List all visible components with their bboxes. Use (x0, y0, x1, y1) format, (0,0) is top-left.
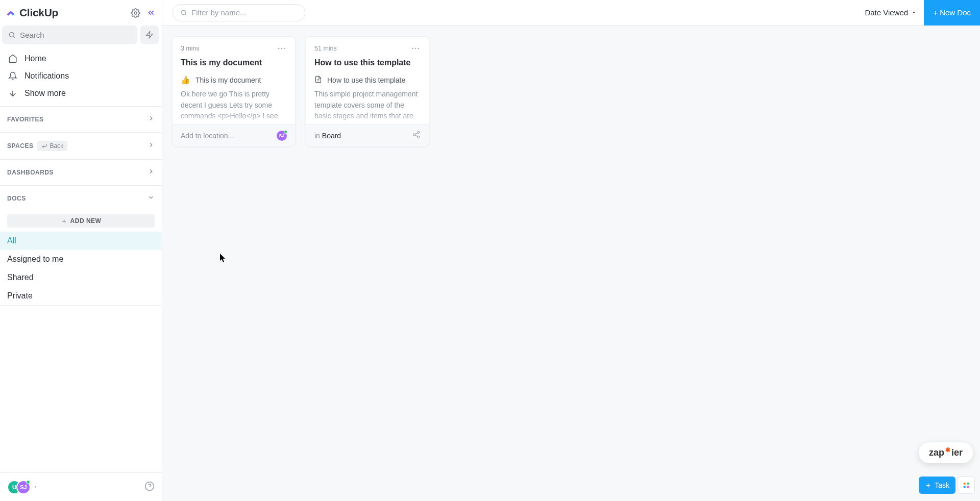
sidebar-header: ClickUp (0, 0, 162, 26)
svg-rect-26 (964, 483, 966, 485)
card-top: 3 mins (181, 44, 287, 53)
avatar: SJ (277, 131, 287, 141)
online-dot-icon (284, 130, 287, 134)
card-more-icon[interactable] (410, 43, 421, 54)
chevron-down-icon (911, 10, 917, 15)
logo[interactable]: ClickUp (5, 7, 131, 19)
card-body: 51 mins How to use this template How to … (306, 37, 429, 124)
plus-icon (925, 482, 932, 489)
thumbsup-icon: 👍 (181, 76, 190, 85)
sort-dropdown[interactable]: Date Viewed (857, 8, 924, 17)
avatar-initials: SJ (279, 133, 284, 138)
nav-label: Show more (24, 89, 66, 98)
sidebar-header-actions (131, 8, 156, 18)
card-footer: in Board (306, 124, 429, 146)
favorites-header[interactable]: FAVORITES (0, 107, 162, 132)
topbar: Date Viewed + New Doc (162, 0, 980, 26)
card-body: 3 mins This is my document 👍 This is my … (173, 37, 295, 124)
chevron-right-icon (148, 141, 155, 151)
card-subtitle-text: How to use this template (327, 76, 405, 84)
sidebar-item-show-more[interactable]: Show more (0, 85, 162, 102)
automations-icon[interactable] (140, 26, 159, 44)
search-input[interactable]: Search (2, 26, 137, 44)
share-icon[interactable] (412, 131, 421, 140)
svg-point-12 (281, 48, 283, 49)
sidebar: ClickUp Search Home (0, 0, 162, 501)
spaces-title: SPACES (7, 142, 33, 149)
chevron-right-icon (148, 168, 155, 177)
new-doc-button[interactable]: + New Doc (924, 0, 980, 26)
doc-card[interactable]: 51 mins How to use this template How to … (306, 37, 429, 146)
avatar-initials: SJ (20, 484, 27, 490)
card-title: This is my document (181, 58, 287, 67)
svg-point-20 (413, 134, 415, 136)
svg-point-16 (418, 48, 420, 49)
arrow-down-icon (8, 89, 17, 98)
card-location-prefix: in (314, 132, 322, 140)
nav-list: Home Notifications Show more (0, 49, 162, 106)
doc-card[interactable]: 3 mins This is my document 👍 This is my … (173, 37, 295, 146)
docs-title: DOCS (7, 195, 148, 202)
zapier-asterisk-icon: ✱ (945, 446, 950, 454)
app-root: ClickUp Search Home (0, 0, 980, 501)
card-footer: Add to location... SJ (173, 124, 295, 146)
user-menu-caret-icon[interactable] (33, 483, 38, 492)
doc-cards: 3 mins This is my document 👍 This is my … (162, 26, 980, 157)
card-location-board: Board (322, 132, 341, 140)
search-placeholder: Search (20, 31, 44, 39)
settings-icon[interactable] (131, 8, 140, 18)
zapier-badge[interactable]: zap✱ier (919, 442, 973, 463)
svg-rect-29 (967, 486, 969, 488)
card-subtitle: 👍 This is my document (181, 76, 287, 85)
svg-point-0 (134, 12, 137, 14)
collapse-sidebar-icon[interactable] (146, 8, 156, 17)
docs-filter-shared[interactable]: Shared (0, 268, 162, 287)
new-doc-label: + New Doc (933, 8, 971, 17)
clickup-logo-icon (5, 7, 16, 18)
new-task-button[interactable]: Task (919, 477, 955, 494)
section-spaces: SPACES Back (0, 132, 162, 159)
apps-button[interactable] (958, 477, 975, 494)
filter-input-wrap[interactable] (173, 4, 305, 21)
main-area: Date Viewed + New Doc 3 mins This is my … (162, 0, 980, 501)
spaces-back-button[interactable]: Back (37, 141, 67, 151)
search-icon (180, 9, 187, 16)
card-time: 3 mins (181, 45, 200, 52)
nav-label: Notifications (24, 71, 69, 81)
dashboards-title: DASHBOARDS (7, 169, 148, 176)
docs-filter-assigned[interactable]: Assigned to me (0, 250, 162, 268)
svg-point-15 (415, 48, 416, 49)
zapier-text: zap (929, 447, 944, 458)
logo-text: ClickUp (19, 7, 58, 19)
card-location[interactable]: Add to location... (181, 132, 234, 140)
card-preview: Ok here we go This is pretty decent I gu… (181, 89, 287, 124)
apps-grid-icon (962, 481, 970, 489)
avatar-stack[interactable]: U SJ (7, 480, 31, 494)
sidebar-item-notifications[interactable]: Notifications (0, 67, 162, 85)
home-icon (8, 54, 17, 63)
plus-icon (61, 218, 67, 224)
svg-rect-28 (964, 486, 966, 488)
back-label: Back (50, 142, 63, 149)
help-icon[interactable] (144, 481, 155, 493)
svg-point-21 (418, 136, 420, 138)
zapier-text: ier (951, 447, 963, 458)
dashboards-header[interactable]: DASHBOARDS (0, 160, 162, 185)
docs-header[interactable]: DOCS (0, 186, 162, 211)
sidebar-item-home[interactable]: Home (0, 50, 162, 67)
card-subtitle: How to use this template (314, 76, 421, 85)
add-new-doc-button[interactable]: ADD NEW (7, 214, 155, 228)
svg-marker-3 (146, 31, 153, 38)
card-more-icon[interactable] (277, 43, 287, 54)
sidebar-footer: U SJ (0, 472, 162, 501)
svg-point-14 (412, 48, 413, 49)
svg-line-22 (415, 133, 418, 134)
nav-label: Home (24, 54, 46, 63)
docs-filter-private[interactable]: Private (0, 287, 162, 305)
spaces-header[interactable]: SPACES Back (0, 133, 162, 159)
docs-filter-all[interactable]: All (0, 232, 162, 250)
svg-rect-27 (967, 483, 969, 485)
bell-icon (8, 71, 17, 81)
filter-input[interactable] (191, 8, 298, 17)
card-location[interactable]: in Board (314, 132, 341, 140)
